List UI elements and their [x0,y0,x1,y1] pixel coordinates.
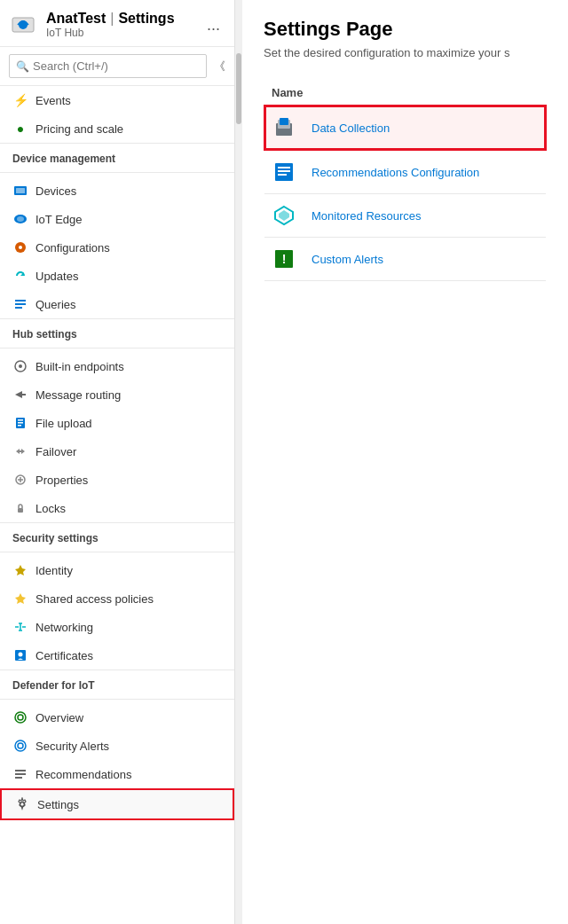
sidebar-item-iot-edge[interactable]: IoT Edge [0,205,234,233]
svg-point-27 [15,740,26,751]
recommendations-config-cell: Recommendations Configuration [304,150,546,194]
section-label-defender: Defender for IoT [0,670,234,695]
scrollbar-thumb[interactable] [236,53,241,124]
iot-edge-icon [12,211,28,227]
configurations-icon [12,239,28,255]
main-content: Settings Page Set the desired configurat… [242,0,568,924]
custom-alerts-cell: Custom Alerts [304,238,546,281]
svg-point-13 [19,364,22,368]
section-label-device-management: Device management [0,143,234,168]
svg-rect-31 [15,777,22,779]
svg-marker-41 [279,210,289,221]
sidebar-item-label: Configurations [36,241,110,254]
sidebar-item-built-in-endpoints[interactable]: Built-in endpoints [0,352,234,380]
sidebar-item-file-upload[interactable]: File upload [0,409,234,437]
search-bar: 🔍 《 [0,47,234,86]
custom-alerts-link[interactable]: Custom Alerts [312,253,383,266]
sidebar-item-label: Recommendations [36,768,131,781]
svg-rect-15 [18,419,23,421]
sidebar-item-certificates[interactable]: Certificates [0,641,234,670]
sidebar-item-label: Failover [36,445,76,458]
search-input[interactable] [9,54,207,78]
scrollbar[interactable] [235,0,242,924]
sidebar-item-security-alerts[interactable]: Security Alerts [0,732,234,760]
sidebar-nav: ⚡ Events ● Pricing and scale Device mana… [0,86,234,924]
svg-text:!: ! [282,252,287,266]
data-collection-link[interactable]: Data Collection [312,121,390,135]
shared-access-icon [12,591,28,607]
custom-alerts-icon: ! [272,247,296,271]
svg-point-7 [19,246,22,249]
svg-point-5 [17,216,24,222]
resource-name: AnatTest [46,11,106,27]
divider [0,552,234,552]
sidebar-item-settings[interactable]: Settings [0,788,234,820]
sidebar-item-recommendations[interactable]: Recommendations [0,760,234,788]
table-column-header: Name [264,81,546,106]
header-titles: AnatTest | Settings IoT Hub [46,11,175,39]
sidebar-item-failover[interactable]: Failover [0,437,234,466]
svg-rect-17 [18,425,21,427]
sidebar-item-label: Identity [36,564,73,577]
svg-rect-3 [16,188,25,193]
networking-icon [12,619,28,635]
divider [0,348,234,348]
certificates-icon [12,647,28,663]
sidebar-item-label: Networking [36,621,93,634]
sidebar-item-label: Settings [37,798,79,811]
divider [0,172,234,173]
sidebar-item-updates[interactable]: Updates [0,262,234,290]
sidebar-item-properties[interactable]: Properties [0,466,234,494]
svg-rect-35 [280,118,288,125]
sidebar-item-queries[interactable]: Queries [0,290,234,318]
page-name: Settings [118,11,174,27]
file-upload-icon [12,415,28,431]
section-label-security-settings: Security settings [0,522,234,548]
sidebar-item-configurations[interactable]: Configurations [0,233,234,262]
sidebar-item-networking[interactable]: Networking [0,613,234,641]
data-collection-cell: Data Collection [304,106,546,150]
monitored-resources-link[interactable]: Monitored Resources [312,209,422,223]
svg-rect-39 [278,174,287,176]
svg-rect-37 [278,167,290,168]
sidebar-item-label: File upload [36,417,92,430]
recommendations-config-link[interactable]: Recommendations Configuration [312,166,479,179]
collapse-sidebar-button[interactable]: 《 [214,59,225,74]
sidebar-item-label: Overview [36,711,83,724]
svg-rect-11 [15,307,22,309]
table-row: Monitored Resources [264,194,546,238]
sidebar: AnatTest | Settings IoT Hub ... 🔍 《 ⚡ Ev… [0,0,235,924]
sidebar-item-label: IoT Edge [36,213,83,226]
sidebar-item-identity[interactable]: Identity [0,556,234,584]
svg-rect-38 [278,170,290,172]
svg-point-28 [18,743,23,748]
sidebar-item-label: Security Alerts [36,740,109,753]
sidebar-item-locks[interactable]: Locks [0,494,234,522]
svg-marker-20 [15,565,26,576]
properties-icon [12,472,28,488]
svg-point-24 [19,653,23,657]
sidebar-item-label: Shared access policies [36,592,154,606]
sidebar-item-devices[interactable]: Devices [0,176,234,205]
locks-icon [12,500,28,516]
divider [0,699,234,700]
resource-icon [9,11,37,39]
table-row: Recommendations Configuration [264,150,546,194]
sidebar-item-pricing[interactable]: ● Pricing and scale [0,114,234,143]
overview-icon [12,709,28,725]
header-ellipsis[interactable]: ... [201,14,225,36]
svg-point-26 [18,715,23,720]
table-row: ! Custom Alerts [264,238,546,281]
sidebar-item-shared-access[interactable]: Shared access policies [0,584,234,613]
page-title: Settings Page [264,18,547,41]
sidebar-item-events[interactable]: ⚡ Events [0,86,234,114]
sidebar-item-label: Events [36,94,71,107]
sidebar-item-message-routing[interactable]: Message routing [0,380,234,409]
settings-icon [14,796,30,812]
header-separator: | [110,11,114,27]
sidebar-item-label: Locks [36,502,66,515]
identity-icon [12,562,28,578]
events-icon: ⚡ [12,92,28,108]
sidebar-item-overview[interactable]: Overview [0,703,234,732]
resource-subtitle: IoT Hub [46,27,175,39]
